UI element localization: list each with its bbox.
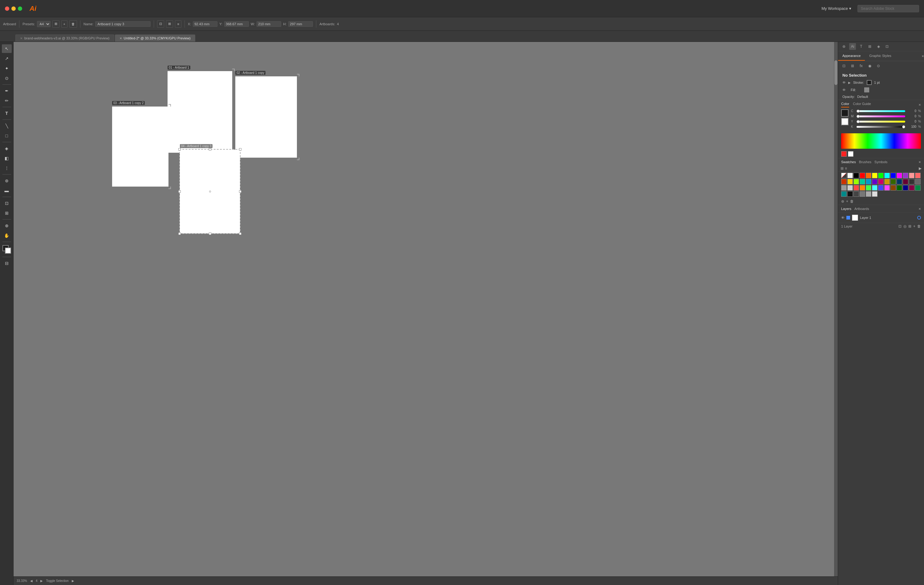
handle-tm[interactable] <box>209 148 211 150</box>
artboard-add-btn[interactable]: + <box>61 20 68 28</box>
selection-tool[interactable]: ↖ <box>2 44 12 53</box>
center-handle[interactable] <box>209 191 211 193</box>
swatch-near-white[interactable] <box>872 191 878 197</box>
panel-library-icon[interactable]: ⊛ <box>840 43 847 50</box>
handle-tr[interactable] <box>239 148 241 150</box>
swatch-orange[interactable] <box>866 173 871 178</box>
tab-1[interactable]: ✕ brand-webheaders-v3.ai @ 33.33% (RGB/G… <box>15 35 114 41</box>
tab-2[interactable]: ✕ Untitled-2* @ 33.33% (CMYK/GPU Preview… <box>115 35 195 41</box>
hand-tool[interactable]: ✋ <box>2 231 12 240</box>
swatch-magenta[interactable] <box>897 173 902 178</box>
workspace-button[interactable]: My Workspace ▾ <box>822 6 851 11</box>
swatch-cyan[interactable] <box>884 173 890 178</box>
swatch-yellow[interactable] <box>872 173 878 178</box>
color-selector[interactable] <box>2 245 11 254</box>
paint-bucket-tool[interactable]: ◈ <box>2 144 12 153</box>
artboard-delete-btn[interactable]: 🗑 <box>69 20 77 28</box>
swatch-dark-green[interactable] <box>891 179 896 185</box>
swatch-light-red[interactable] <box>909 173 914 178</box>
swatch-wine[interactable] <box>909 185 914 191</box>
artboard-tool[interactable]: ⊡ <box>2 199 12 208</box>
handle-mr[interactable] <box>239 190 241 193</box>
tab-artboards[interactable]: Artboards <box>855 207 869 211</box>
swatch-dark-gray[interactable] <box>909 179 914 185</box>
direct-selection-tool[interactable]: ↗ <box>2 54 12 63</box>
swatch-bright-green[interactable] <box>866 185 871 191</box>
tab-1-close[interactable]: ✕ <box>20 37 23 40</box>
tab-brushes[interactable]: Brushes <box>859 160 871 164</box>
swatch-list-view[interactable]: ≡ <box>845 166 847 171</box>
color-panel-close[interactable]: ✕ <box>919 102 921 107</box>
tab-layers[interactable]: Layers <box>841 207 851 211</box>
swatch-blue[interactable] <box>891 173 896 178</box>
color-fg-box[interactable] <box>841 109 848 117</box>
magic-wand-tool[interactable]: ✦ <box>2 64 12 73</box>
column-graph-tool[interactable]: ▬ <box>2 186 12 195</box>
swatch-lime[interactable] <box>853 179 859 185</box>
swatch-amber[interactable] <box>860 185 865 191</box>
blob-brush-tool[interactable]: ✏ <box>2 96 12 105</box>
color-spectrum[interactable] <box>841 133 921 149</box>
swatch-gray[interactable] <box>915 179 921 185</box>
appearance-fx-icon[interactable]: fx <box>858 63 865 69</box>
artboard-3[interactable]: 03 - Artboard 1 copy 2 <box>112 107 168 186</box>
artboard-1[interactable]: 01 - Artboard 1 <box>168 71 232 153</box>
appearance-layer-icon[interactable]: ⊡ <box>840 63 847 69</box>
swatch-dark-blue[interactable] <box>903 185 908 191</box>
background-color[interactable] <box>5 247 11 254</box>
layer-row[interactable]: 👁 Layer 1 <box>838 213 924 222</box>
swatch-sky[interactable] <box>866 179 871 185</box>
make-release-clipping-mask[interactable]: ⊡ <box>898 224 901 229</box>
change-screen-mode[interactable]: ⊟ <box>2 259 12 267</box>
swatch-brown-gold[interactable] <box>884 179 890 185</box>
blend-tool[interactable]: ⋮ <box>2 164 12 172</box>
swatch-mid-gray[interactable] <box>860 191 865 197</box>
stroke-eye[interactable]: 👁 <box>842 81 846 84</box>
tab-graphic-styles[interactable]: Graphic Styles <box>865 51 896 61</box>
layer-visibility-icon[interactable]: 👁 <box>841 216 845 219</box>
slider-k[interactable] <box>856 126 905 128</box>
handle-bl[interactable] <box>178 232 181 235</box>
artboard-nav-next[interactable]: ▶ <box>40 579 43 583</box>
handle-bm[interactable] <box>209 232 211 235</box>
swatches-panel-close[interactable]: ✕ <box>919 160 921 164</box>
vertical-scroll-thumb[interactable] <box>834 60 837 85</box>
swatch-grid-view[interactable]: ⊞ <box>840 166 844 171</box>
delete-layer-btn[interactable]: 🗑 <box>917 224 921 229</box>
artboard-2[interactable]: 02 - Artboard 1 copy <box>235 76 297 158</box>
zoom-tool[interactable]: ⊕ <box>2 221 12 230</box>
white-swatch[interactable] <box>848 151 853 157</box>
swatch-green[interactable] <box>878 173 884 178</box>
gradient-tool[interactable]: ◧ <box>2 154 12 163</box>
stroke-color-box[interactable] <box>867 80 872 85</box>
handle-br[interactable] <box>239 232 241 235</box>
stroke-arrow[interactable]: ▶ <box>848 81 851 84</box>
appearance-settings-icon[interactable]: ⊙ <box>875 63 882 69</box>
swatch-bright-blue[interactable] <box>878 185 884 191</box>
artboard-grid-btn[interactable]: ⊞ <box>166 20 173 28</box>
type-tool[interactable]: T <box>2 109 12 118</box>
pen-tool[interactable]: ✒ <box>2 87 12 95</box>
swatch-dark-red[interactable] <box>841 179 847 185</box>
swatch-library-btn[interactable]: ⊛ <box>841 199 844 204</box>
line-tool[interactable]: ╲ <box>2 122 12 130</box>
swatch-burgundy[interactable] <box>903 179 908 185</box>
status-arrow[interactable]: ▶ <box>72 579 74 583</box>
vertical-scrollbar[interactable] <box>834 42 838 585</box>
swatch-charcoal[interactable] <box>853 191 859 197</box>
swatch-white[interactable] <box>847 173 853 178</box>
swatch-violet[interactable] <box>872 179 878 185</box>
rectangle-tool[interactable]: □ <box>2 132 12 140</box>
swatch-new-btn[interactable]: + <box>846 199 848 204</box>
swatch-brown[interactable] <box>891 185 896 191</box>
preset-select[interactable]: A4 <box>37 21 51 27</box>
swatch-red[interactable] <box>860 173 865 178</box>
fill-eye[interactable]: 👁 <box>842 88 846 92</box>
panel-type-icon[interactable]: T <box>858 43 865 50</box>
swatch-forest[interactable] <box>897 185 902 191</box>
swatch-lighter-gray[interactable] <box>866 191 871 197</box>
swatch-delete-btn[interactable]: 🗑 <box>850 199 854 204</box>
tab-symbols[interactable]: Symbols <box>874 160 887 164</box>
slider-y[interactable] <box>856 121 905 122</box>
tab-appearance[interactable]: Appearance <box>838 51 865 61</box>
